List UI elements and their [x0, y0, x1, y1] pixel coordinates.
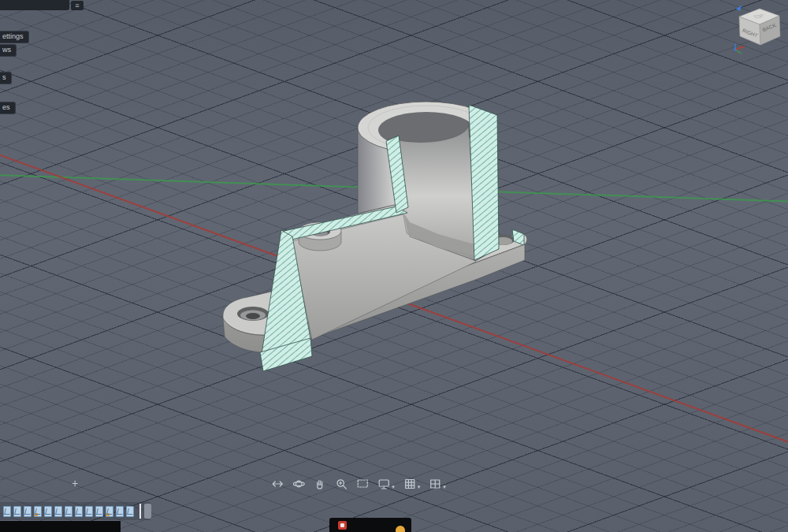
hamburger-icon: ≡	[75, 2, 79, 9]
timeline-feature[interactable]	[3, 506, 11, 517]
grid-snaps-button[interactable]: ▾	[403, 478, 421, 490]
chevron-down-icon: ▾	[418, 484, 421, 490]
viewcube[interactable]: TOP RIGHT BACK	[730, 3, 786, 57]
pan-hand-icon	[314, 478, 326, 490]
timeline-feature[interactable]	[106, 506, 113, 517]
timeline-feature[interactable]	[126, 506, 134, 517]
timeline-feature[interactable]	[34, 506, 42, 517]
grid-icon	[403, 478, 416, 490]
pan-arrows-button[interactable]	[271, 478, 284, 490]
browser-flyout-item-es[interactable]: es	[0, 102, 16, 114]
pan-arrows-icon	[271, 478, 284, 490]
zoom-icon	[335, 478, 348, 490]
timeline-bar	[0, 502, 151, 520]
base-hole-bore	[246, 313, 260, 319]
timeline-feature[interactable]	[13, 506, 21, 517]
timeline-feature[interactable]	[116, 506, 124, 517]
viewport-canvas[interactable]: ≡ ettings ws s es TOP RIGHT BACK +	[0, 0, 788, 532]
browser-flyout-item-views[interactable]: ws	[0, 44, 17, 57]
taskbar-red-app-icon[interactable]	[338, 521, 347, 530]
browser-flyout-item-s[interactable]: s	[0, 72, 12, 84]
viewcube-axis-triad	[734, 43, 744, 54]
display-settings-button[interactable]: ▾	[377, 478, 395, 490]
viewports-button[interactable]: ▾	[429, 478, 446, 490]
chevron-down-icon: ▾	[392, 484, 395, 490]
timeline-marker[interactable]	[139, 504, 141, 519]
taskbar-yellow-app-icon[interactable]	[396, 526, 405, 532]
navigation-toolbar: ▾ ▾ ▾	[271, 478, 446, 490]
timeline-feature[interactable]	[24, 506, 32, 517]
taskbar-fragment-center	[329, 518, 411, 532]
zoom-window-icon	[356, 478, 369, 490]
timeline-marker-handle[interactable]	[144, 504, 151, 519]
display-settings-icon	[377, 478, 390, 490]
viewcube-z-arrow	[736, 6, 742, 11]
timeline-feature[interactable]	[95, 506, 103, 517]
right-wall-section-hatch[interactable]	[469, 105, 499, 260]
timeline-feature[interactable]	[75, 506, 83, 517]
viewports-icon	[429, 478, 441, 490]
browser-flyout-item-settings[interactable]: ettings	[0, 31, 29, 43]
timeline-feature[interactable]	[85, 506, 93, 517]
timeline-feature[interactable]	[44, 506, 52, 517]
free-orbit-icon	[292, 478, 305, 490]
free-orbit-button[interactable]	[292, 478, 305, 490]
zoom-window-button[interactable]	[356, 478, 369, 490]
pan-hand-button[interactable]	[314, 478, 326, 490]
hamburger-menu-button[interactable]: ≡	[71, 1, 84, 10]
section-model[interactable]	[0, 0, 788, 532]
timeline-features	[3, 506, 134, 517]
browser-plus-button[interactable]: +	[68, 476, 82, 490]
zoom-button[interactable]	[335, 478, 348, 490]
timeline-feature[interactable]	[54, 506, 62, 517]
app-toolbar-fragment[interactable]	[0, 0, 69, 10]
chevron-down-icon: ▾	[443, 484, 446, 490]
taskbar-fragment-left	[0, 521, 121, 532]
timeline-feature[interactable]	[65, 506, 72, 517]
